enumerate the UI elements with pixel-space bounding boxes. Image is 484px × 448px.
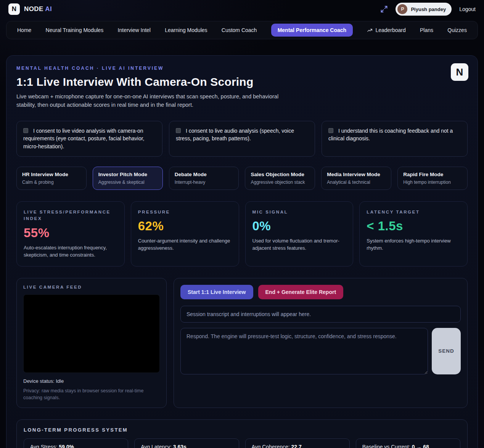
interview-panel-card: N MENTAL HEALTH COACH · LIVE AI INTERVIE… <box>6 55 478 448</box>
metric-row: Avg Stress: 59.0% Avg Latency: 3.63s Avg… <box>24 438 460 448</box>
mode-debate[interactable]: Debate Mode Interrupt-heavy <box>169 167 239 190</box>
page-subtitle: Live webcam + microphone capture for one… <box>16 93 299 109</box>
consent-audio-label: I consent to live audio analysis (speech… <box>176 128 294 142</box>
user-menu[interactable]: P Piyush pandey <box>396 3 452 16</box>
camera-card: LIVE CAMERA FEED Device status: Idle Pri… <box>16 278 167 408</box>
pressure-value: 62% <box>138 219 232 233</box>
mode-hr-interview[interactable]: HR Interview Mode Calm & probing <box>16 167 87 190</box>
consent-coaching-checkbox-card[interactable]: I understand this is coaching feedback a… <box>322 121 468 157</box>
progress-heading: LONG-TERM PROGRESS SYSTEM <box>24 427 460 433</box>
metric-avg-coherence: Avg Coherence: 22.7 <box>245 438 350 448</box>
coaching-consent-checkbox[interactable] <box>328 128 333 133</box>
nav-item-quizzes[interactable]: Quizzes <box>447 27 467 33</box>
topbar: N NODE AI P Piyush pandey Logout <box>0 0 484 18</box>
audio-consent-checkbox[interactable] <box>176 128 181 133</box>
logout-link[interactable]: Logout <box>459 6 476 12</box>
stat-latency-target: LATENCY TARGET < 1.5s System enforces hi… <box>359 201 468 267</box>
start-interview-button[interactable]: Start 1:1 Live Interview <box>180 285 253 299</box>
mode-sales-objection[interactable]: Sales Objection Mode Aggressive objectio… <box>245 167 315 190</box>
brand-logo: N <box>8 3 20 15</box>
mic-signal-value: 0% <box>252 219 346 233</box>
consent-coaching-label: I understand this is coaching feedback a… <box>328 128 453 142</box>
nav-item-mental-performance-coach[interactable]: Mental Performance Coach <box>271 24 353 37</box>
avatar: P <box>397 4 407 14</box>
stat-row: LIVE STRESS/PERFORMANCE INDEX 55% Auto-e… <box>16 201 468 267</box>
privacy-note: Privacy: raw media stays in browser sess… <box>23 387 160 401</box>
brand-name-accent: AI <box>45 5 52 13</box>
camera-label: LIVE CAMERA FEED <box>23 285 160 289</box>
user-name: Piyush pandey <box>411 6 446 12</box>
fullscreen-expand-icon[interactable] <box>380 5 388 13</box>
nav-item-custom-coach[interactable]: Custom Coach <box>222 27 257 33</box>
consent-video-checkbox-card[interactable]: I consent to live video analysis with ca… <box>16 121 162 157</box>
nav-item-interview-intel[interactable]: Interview Intel <box>118 27 151 33</box>
mode-media-interview[interactable]: Media Interview Mode Analytical & techni… <box>321 167 391 190</box>
nav-item-learning-modules[interactable]: Learning Modules <box>165 27 207 33</box>
page-title: 1:1 Live Interview With Camera-On Scorin… <box>16 75 468 88</box>
video-consent-checkbox[interactable] <box>23 128 28 133</box>
nav-item-home[interactable]: Home <box>17 27 31 33</box>
session-panel: Start 1:1 Live Interview End + Generate … <box>174 278 468 408</box>
nav-item-plans[interactable]: Plans <box>420 27 433 33</box>
metric-baseline-vs-current: Baseline vs Current: 0 → 68 <box>356 438 460 448</box>
mode-rapid-fire[interactable]: Rapid Fire Mode High tempo interruption <box>397 167 468 190</box>
mode-investor-pitch[interactable]: Investor Pitch Mode Aggressive & skeptic… <box>93 167 163 190</box>
metric-avg-latency: Avg Latency: 3.63s <box>134 438 239 448</box>
latency-target-value: < 1.5s <box>367 219 460 233</box>
transcript-box: Session transcript and interruptions wil… <box>180 306 461 323</box>
device-status: Device status: Idle <box>23 378 160 384</box>
send-button[interactable]: SEND <box>432 328 461 374</box>
trending-up-icon <box>367 27 373 33</box>
end-report-button[interactable]: End + Generate Elite Report <box>258 285 344 299</box>
breadcrumb-eyebrow: MENTAL HEALTH COACH · LIVE AI INTERVIEW <box>16 66 468 71</box>
stat-stress-index: LIVE STRESS/PERFORMANCE INDEX 55% Auto-e… <box>16 201 125 267</box>
brand-logo-letter: N <box>12 5 16 13</box>
mode-row: HR Interview Mode Calm & probing Investo… <box>16 167 468 190</box>
metric-avg-stress: Avg Stress: 59.0% <box>24 438 128 448</box>
brand-name: NODE AI <box>24 5 52 13</box>
consent-row: I consent to live video analysis with ca… <box>16 121 468 157</box>
consent-audio-checkbox-card[interactable]: I consent to live audio analysis (speech… <box>169 121 315 157</box>
brand: N NODE AI <box>8 3 52 15</box>
camera-feed <box>23 294 160 373</box>
respond-input[interactable] <box>180 328 428 374</box>
stat-pressure: PRESSURE 62% Counter-argument intensity … <box>131 201 239 267</box>
nav-item-leaderboard[interactable]: Leaderboard <box>367 27 405 33</box>
main-nav: Home Neural Training Modules Interview I… <box>6 21 478 39</box>
consent-video-label: I consent to live video analysis with ca… <box>23 128 145 149</box>
card-logo: N <box>451 63 468 81</box>
bottom-grid: LIVE CAMERA FEED Device status: Idle Pri… <box>16 278 468 408</box>
nav-item-neural-training-modules[interactable]: Neural Training Modules <box>46 27 104 33</box>
stress-index-value: 55% <box>24 226 117 240</box>
progress-card: LONG-TERM PROGRESS SYSTEM Avg Stress: 59… <box>16 419 468 448</box>
stat-mic-signal: MIC SIGNAL 0% Used for volume fluctuatio… <box>245 201 354 267</box>
